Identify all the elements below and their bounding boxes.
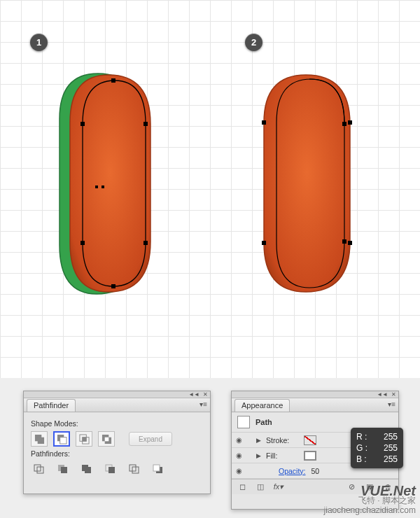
- svg-rect-9: [348, 120, 352, 125]
- svg-rect-7: [102, 186, 104, 188]
- svg-rect-8: [262, 120, 266, 125]
- no-style-icon[interactable]: ◻: [236, 482, 248, 493]
- shape-group-2[interactable]: [253, 66, 379, 318]
- svg-rect-4: [111, 78, 115, 83]
- tab-appearance[interactable]: Appearance: [234, 399, 290, 412]
- panel-menu-icon[interactable]: ▾≡: [388, 400, 396, 408]
- new-icon[interactable]: ▣: [363, 482, 376, 493]
- shapemode-unite-button[interactable]: [31, 431, 48, 447]
- g-label: G :: [356, 442, 368, 454]
- panel-tabs: Pathfinder ▾≡: [24, 398, 210, 412]
- visibility-toggle-icon[interactable]: ◉: [234, 466, 244, 476]
- visibility-toggle-icon[interactable]: ◉: [234, 435, 244, 445]
- panels-area: ◄◄ ✕ Pathfinder ▾≡ Shape Modes:: [0, 378, 420, 518]
- clear-icon[interactable]: ⊘: [345, 482, 358, 493]
- panel-close-icon[interactable]: ✕: [391, 391, 396, 398]
- svg-rect-12: [342, 122, 346, 126]
- svg-rect-35: [153, 465, 160, 471]
- shape-modes-label: Shape Modes:: [31, 419, 203, 428]
- svg-rect-11: [348, 241, 352, 245]
- svg-rect-23: [104, 437, 108, 441]
- pathfinder-crop-button[interactable]: [102, 461, 119, 477]
- artboard-canvas[interactable]: 1 2: [0, 0, 420, 378]
- svg-rect-0: [80, 122, 85, 126]
- panel-close-icon[interactable]: ✕: [203, 391, 208, 398]
- tab-pathfinder[interactable]: Pathfinder: [27, 399, 76, 412]
- panel-topbar: ◄◄ ✕: [232, 391, 398, 398]
- svg-rect-27: [61, 467, 67, 473]
- b-value: 255: [384, 454, 398, 465]
- b-label: B :: [356, 454, 367, 465]
- pathfinder-divide-button[interactable]: [31, 461, 48, 477]
- panel-collapse-icon[interactable]: ◄◄: [188, 391, 200, 398]
- svg-rect-10: [262, 241, 266, 245]
- disclosure-triangle-icon[interactable]: ▶: [256, 452, 263, 459]
- expand-button[interactable]: Expand: [129, 432, 172, 446]
- step-badge-2: 2: [245, 34, 262, 51]
- svg-rect-2: [80, 241, 85, 245]
- pathfinder-outline-button[interactable]: [126, 461, 143, 477]
- delete-icon[interactable]: 🗑: [382, 482, 394, 493]
- svg-rect-20: [82, 437, 86, 441]
- svg-rect-13: [342, 239, 346, 244]
- stroke-label: Stroke:: [266, 436, 301, 444]
- appearance-panel: ◄◄ ✕ Appearance ▾≡ Path ◉ ▶ Stroke: ◉ ▶: [231, 391, 399, 510]
- r-value: 255: [384, 431, 398, 442]
- pathfinder-trim-button[interactable]: [55, 461, 71, 477]
- shapemode-exclude-button[interactable]: [98, 431, 115, 447]
- svg-rect-17: [59, 437, 66, 443]
- opacity-value: 50: [312, 467, 320, 475]
- disclosure-triangle-icon[interactable]: ▶: [256, 437, 263, 444]
- svg-rect-6: [95, 186, 98, 188]
- duplicate-icon[interactable]: ◫: [254, 482, 267, 493]
- orange-outer-shape[interactable]: [70, 75, 150, 292]
- rgb-readout: R :255 G :255 B :255: [351, 428, 403, 468]
- step-badge-1: 1: [30, 34, 48, 51]
- panel-menu-icon[interactable]: ▾≡: [200, 400, 207, 408]
- shapemode-intersect-button[interactable]: [76, 431, 92, 447]
- shapemode-minus-front-button[interactable]: [53, 431, 70, 447]
- appearance-footer: ◻ ◫ fx▾ ⊘ ▣ 🗑: [232, 479, 398, 494]
- panel-tabs: Appearance ▾≡: [232, 398, 398, 412]
- visibility-toggle-icon[interactable]: ◉: [234, 451, 244, 461]
- stroke-swatch[interactable]: [304, 435, 316, 445]
- r-label: R :: [356, 431, 367, 442]
- fill-swatch[interactable]: [304, 451, 316, 461]
- svg-rect-15: [37, 437, 43, 443]
- fx-icon[interactable]: fx▾: [272, 482, 285, 493]
- opacity-label[interactable]: Opacity:: [279, 467, 306, 475]
- svg-rect-5: [111, 284, 115, 288]
- pathfinder-merge-button[interactable]: [78, 461, 95, 477]
- pathfinders-label: Pathfinders:: [31, 449, 203, 458]
- g-value: 255: [384, 442, 398, 454]
- appearance-object-type: Path: [255, 418, 272, 426]
- svg-rect-29: [85, 467, 91, 473]
- pathfinder-panel: ◄◄ ✕ Pathfinder ▾≡ Shape Modes:: [23, 391, 211, 494]
- panel-collapse-icon[interactable]: ◄◄: [377, 391, 388, 398]
- pathfinders-row: [31, 461, 203, 477]
- svg-rect-1: [144, 122, 148, 126]
- fill-label: Fill:: [266, 451, 301, 460]
- panel-topbar: ◄◄ ✕: [24, 391, 210, 398]
- shape-modes-row: Expand: [31, 431, 203, 447]
- appearance-thumb: [237, 416, 250, 428]
- pathfinder-minus-back-button[interactable]: [150, 461, 167, 477]
- svg-rect-3: [144, 241, 148, 245]
- shape-group-1[interactable]: [42, 66, 168, 318]
- svg-rect-31: [108, 467, 115, 473]
